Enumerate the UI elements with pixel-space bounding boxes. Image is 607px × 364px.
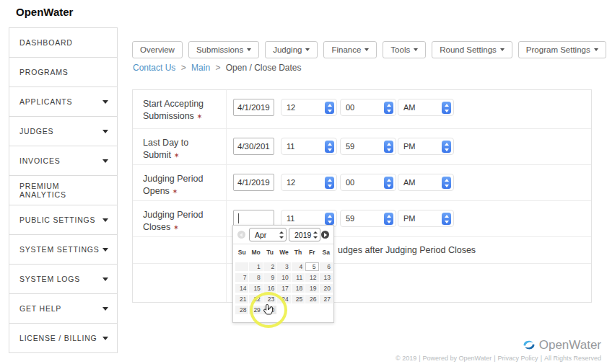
meridiem-select[interactable]: AM — [398, 174, 454, 191]
select-arrows-icon — [279, 231, 284, 239]
sidebar-item-label: DASHBOARD — [19, 38, 73, 47]
text-cursor — [238, 213, 239, 223]
minute-select[interactable]: 59 — [340, 210, 396, 227]
hour-select[interactable]: 11 — [281, 138, 337, 155]
sidebar-item-system-settings[interactable]: SYSTEM SETTINGS — [9, 234, 118, 265]
form-row-start-accepting-submissions: Start AcceptingSubmissions ✶1200AM — [133, 90, 591, 129]
calendar-day[interactable]: 3 — [277, 262, 290, 271]
calendar-day[interactable]: 7 — [235, 273, 248, 282]
date-input[interactable] — [233, 99, 274, 116]
calendar-day[interactable]: 22 — [249, 295, 262, 303]
date-input[interactable] — [233, 138, 274, 155]
breadcrumb: Contact Us > Main > Open / Close Dates — [133, 63, 302, 73]
tab-finance[interactable]: Finance — [323, 41, 377, 58]
calendar-day[interactable]: 17 — [277, 284, 290, 293]
calendar-day[interactable]: 26 — [305, 295, 318, 303]
sidebar-item-label: PREMIUM ANALYTICS — [19, 182, 108, 199]
chevron-down-icon — [102, 100, 108, 104]
calendar-day[interactable]: 5 — [305, 262, 318, 271]
sidebar-item-invoices[interactable]: INVOICES — [9, 146, 118, 176]
meridiem-select[interactable]: PM — [398, 138, 454, 155]
calendar-day[interactable]: 24 — [277, 295, 290, 303]
calendar-day[interactable]: 15 — [249, 284, 262, 293]
sidebar-item-system-logs[interactable]: SYSTEM LOGS — [9, 264, 118, 294]
select-stepper-icon — [325, 102, 334, 114]
field-label-line: Judging Period — [143, 209, 220, 221]
field-label-line: Submit ✶ — [143, 149, 220, 161]
logo-text: OpenWater — [539, 338, 601, 352]
calendar-day[interactable]: 8 — [249, 273, 262, 282]
day-of-week-label: Fr — [305, 248, 318, 257]
calendar-day[interactable]: 29 — [249, 306, 262, 314]
tab-overview[interactable]: Overview — [132, 41, 183, 58]
calendar-day[interactable]: 10 — [277, 273, 290, 282]
calendar-day[interactable]: 16 — [263, 284, 276, 293]
year-select[interactable]: 2019 — [289, 228, 320, 241]
sidebar-item-get-help[interactable]: GET HELP — [9, 293, 118, 324]
calendar-day[interactable]: 30 — [263, 306, 276, 314]
select-value: AM — [403, 103, 416, 112]
datepicker-header: Apr 2019 — [233, 226, 333, 244]
day-of-week-label: Sa — [320, 248, 333, 257]
separator: | — [541, 355, 542, 362]
calendar-day[interactable]: 12 — [305, 273, 318, 282]
calendar-day[interactable]: 6 — [320, 262, 333, 271]
calendar-blank — [277, 306, 290, 314]
select-stepper-icon — [325, 177, 334, 189]
hour-select[interactable]: 12 — [281, 174, 337, 191]
minute-select[interactable]: 00 — [340, 174, 396, 191]
calendar-day[interactable]: 11 — [292, 273, 305, 282]
sidebar-item-public-settings[interactable]: PUBLIC SETTINGS — [9, 205, 118, 235]
calendar-day[interactable]: 13 — [320, 273, 333, 282]
tab-tools[interactable]: Tools — [383, 41, 426, 58]
chevron-down-icon — [102, 130, 108, 133]
tab-round-settings[interactable]: Round Settings — [432, 41, 512, 58]
calendar-day[interactable]: 23 — [263, 295, 276, 303]
calendar-day[interactable]: 14 — [235, 284, 248, 293]
sidebar-item-programs[interactable]: PROGRAMS — [9, 57, 118, 87]
calendar-day[interactable]: 18 — [292, 284, 305, 293]
calendar-day[interactable]: 28 — [235, 306, 248, 314]
datepicker-next-button[interactable] — [321, 231, 329, 239]
calendar-day[interactable]: 25 — [292, 295, 305, 303]
select-stepper-icon — [442, 213, 451, 225]
tab-judging[interactable]: Judging — [265, 41, 318, 58]
calendar-blank — [320, 306, 333, 314]
chevron-down-icon — [305, 48, 310, 51]
calendar-day[interactable]: 4 — [292, 262, 305, 271]
breadcrumb-link-contact-us[interactable]: Contact Us — [133, 63, 175, 73]
calendar-day[interactable]: 9 — [263, 273, 276, 282]
tab-label: Program Settings — [526, 45, 590, 54]
sidebar-item-applicants[interactable]: APPLICANTS — [9, 86, 118, 117]
day-of-week-label: Tu — [263, 248, 276, 257]
calendar-day[interactable]: 20 — [320, 284, 333, 293]
openwater-footer-logo: OpenWater — [522, 338, 601, 352]
select-stepper-icon — [325, 213, 334, 225]
sidebar-item-license-billing[interactable]: LICENSE / BILLING — [9, 323, 118, 353]
sidebar-item-dashboard[interactable]: DASHBOARD — [9, 27, 118, 58]
tab-submissions[interactable]: Submissions — [188, 41, 259, 58]
privacy-policy-link[interactable]: Privacy Policy — [498, 355, 538, 362]
calendar-day[interactable]: 2 — [263, 262, 276, 271]
sidebar-item-judges[interactable]: JUDGES — [9, 116, 118, 146]
minute-select[interactable]: 59 — [340, 138, 396, 155]
date-input[interactable] — [233, 174, 274, 191]
month-select[interactable]: Apr — [249, 228, 287, 241]
tab-label: Finance — [331, 45, 361, 54]
datepicker-prev-button[interactable] — [237, 231, 245, 239]
calendar-day[interactable]: 27 — [320, 295, 333, 303]
calendar-day[interactable]: 19 — [305, 284, 318, 293]
tab-program-settings[interactable]: Program Settings — [518, 41, 606, 58]
meridiem-select[interactable]: AM — [398, 99, 454, 116]
breadcrumb-link-main[interactable]: Main — [191, 63, 210, 73]
select-value: PM — [403, 142, 416, 151]
calendar-day[interactable]: 21 — [235, 295, 248, 303]
calendar-day[interactable]: 1 — [249, 262, 262, 271]
rights-text: All Rights Reserved — [544, 355, 601, 362]
meridiem-select[interactable]: PM — [398, 210, 454, 227]
field-label: Start AcceptingSubmissions ✶ — [133, 90, 227, 128]
sidebar-item-premium-analytics[interactable]: PREMIUM ANALYTICS — [9, 175, 118, 205]
minute-select[interactable]: 00 — [340, 99, 396, 116]
powered-by-link[interactable]: Powered by OpenWater — [423, 355, 492, 362]
hour-select[interactable]: 12 — [281, 99, 337, 116]
